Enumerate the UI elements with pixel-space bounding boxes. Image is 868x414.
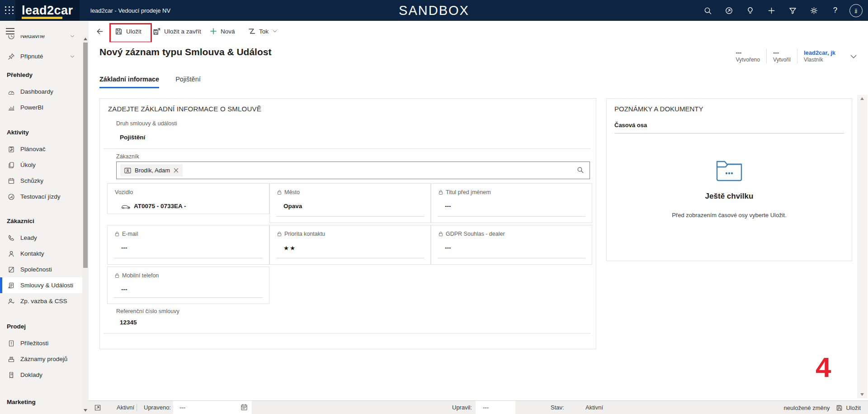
divider — [137, 404, 137, 411]
modified-date-value: --- — [179, 404, 185, 411]
divider — [104, 333, 590, 333]
sidebar: Nedávné Připnuté Přehledy Dashboardy Pow… — [0, 21, 89, 414]
add-icon[interactable] — [761, 0, 782, 21]
record-header-stats: --- Vytvořeno --- Vytvořil lead2car, jk … — [729, 49, 842, 63]
field-label-titul: Titul před jménem — [439, 189, 491, 195]
header-chevron-down-icon[interactable] — [850, 53, 857, 60]
value-underline — [276, 258, 424, 258]
sidebar-item-testovaci-jizdy[interactable]: Testovací jízdy — [0, 189, 82, 205]
save-and-close-button[interactable]: Uložit a zavřít — [149, 21, 205, 42]
clipboard-icon — [8, 146, 15, 153]
help-icon[interactable]: ? — [825, 0, 846, 21]
plus-icon — [210, 28, 217, 35]
app-launcher-waffle-icon[interactable] — [5, 6, 14, 14]
field-cell-vozidlo[interactable]: Vozidlo AT0075 - 0733EA - — [107, 183, 269, 214]
field-label-gdpr: GDPR Souhlas - dealer — [439, 231, 505, 237]
sidebar-item-label: Připnuté — [20, 53, 43, 60]
back-button[interactable] — [92, 21, 107, 42]
customer-lookup-input[interactable]: Brodík, Adam — [116, 162, 590, 179]
logo-text: lead2car — [22, 5, 73, 17]
logo[interactable]: lead2car — [15, 0, 80, 21]
tab-strip: Základní informace Pojištění — [99, 76, 201, 88]
flow-icon — [248, 28, 255, 35]
pin-icon — [8, 53, 15, 60]
sidebar-item-leady[interactable]: Leady — [0, 230, 82, 246]
avatar[interactable]: jj — [849, 4, 863, 17]
page-title: Nový záznam typu Smlouva & Událost — [99, 47, 271, 57]
sidebar-item-smlouvy-udalosti[interactable]: Smlouvy & Události — [0, 277, 82, 293]
sidebar-item-doklady[interactable]: Doklady — [0, 367, 82, 383]
state-value: Aktivní — [585, 404, 603, 411]
timeline-empty-text: Před zobrazením časové osy vyberte Uloži… — [607, 212, 852, 219]
app-bar-icons: ? jj — [697, 0, 863, 21]
modified-date-field[interactable]: --- — [173, 401, 252, 414]
sidebar-item-recent[interactable]: Nedávné — [0, 35, 82, 44]
person-feedback-icon — [8, 298, 15, 305]
lock-icon — [439, 231, 443, 237]
scroll-down-arrow-icon[interactable] — [860, 393, 864, 396]
field-label-referencni: Referenční číslo smlouvy — [116, 308, 179, 314]
field-value-referencni[interactable]: 12345 — [120, 319, 137, 326]
customer-chip[interactable]: Brodík, Adam — [120, 164, 183, 176]
phone-icon — [8, 234, 15, 242]
folder-icon — [715, 158, 743, 182]
flow-button[interactable]: Tok — [244, 21, 281, 42]
value-underline — [438, 216, 585, 217]
modified-by-value: --- — [483, 404, 489, 411]
pages-icon — [8, 162, 15, 169]
modified-by-field[interactable]: --- — [476, 401, 515, 414]
app-title: lead2car - Vedoucí prodeje NV — [90, 7, 170, 14]
tab-pojisteni[interactable]: Pojištění — [175, 76, 201, 88]
owner-link[interactable]: lead2car, jk — [804, 49, 835, 57]
command-bar: Uložit Uložit a zavřít Nová Tok — [89, 21, 868, 43]
sidebar-item-planovac[interactable]: Plánovač — [0, 141, 82, 157]
scroll-down-arrow-icon[interactable] — [84, 409, 87, 412]
sidebar-item-powerbi[interactable]: PowerBI — [0, 100, 82, 115]
car-icon — [121, 204, 131, 209]
save-button[interactable]: Uložit — [111, 21, 145, 42]
lookup-search-icon[interactable] — [577, 167, 584, 174]
value-underline — [438, 258, 585, 258]
sidebar-item-spolecnosti[interactable]: Společnosti — [0, 262, 82, 277]
filter-icon[interactable] — [782, 0, 803, 21]
scrollbar-thumb[interactable] — [83, 43, 88, 268]
scroll-up-arrow-icon[interactable] — [860, 97, 864, 100]
content-scrollbar — [857, 95, 868, 398]
sidebar-group-prodej: Prodej — [0, 322, 82, 331]
sidebar-item-schuzky[interactable]: Schůzky — [0, 173, 82, 189]
environment-banner: SANDBOX — [399, 3, 469, 18]
popout-icon[interactable] — [94, 404, 101, 411]
bar-chart-icon — [8, 104, 15, 111]
sidebar-group-marketing: Marketing — [0, 397, 82, 406]
field-label-mesto: Město — [277, 189, 300, 195]
settings-gear-icon[interactable] — [803, 0, 825, 21]
circle-arrow-icon[interactable] — [718, 0, 740, 21]
sidebar-scroll-area: Nedávné Připnuté Přehledy Dashboardy Pow… — [0, 35, 82, 414]
calendar-icon[interactable] — [241, 404, 248, 411]
scroll-up-arrow-icon[interactable] — [84, 38, 87, 40]
lightbulb-icon[interactable] — [740, 0, 761, 21]
sidebar-group-zakaznici: Zákazníci — [0, 216, 82, 225]
sidebar-item-prilezitosti[interactable]: Příležitosti — [0, 335, 82, 351]
field-value-druh[interactable]: Pojištění — [120, 134, 145, 141]
dismiss-icon[interactable] — [174, 168, 179, 173]
sidebar-item-pinned[interactable]: Připnuté — [0, 48, 82, 64]
search-icon[interactable] — [697, 0, 718, 21]
timeline-label: Časová osa — [614, 122, 647, 128]
field-value-vozidlo[interactable]: AT0075 - 0733EA - — [121, 203, 186, 209]
sidebar-item-zp-vazba-css[interactable]: Zp. vazba & CSS — [0, 293, 82, 309]
modified-by-label: Upravil: — [452, 404, 472, 411]
main-content: Nový záznam typu Smlouva & Událost --- V… — [89, 42, 868, 400]
sidebar-item-kontakty[interactable]: Kontakty — [0, 246, 82, 262]
sidebar-item-zaznamy-prodeju[interactable]: Záznamy prodejů — [0, 351, 82, 367]
document-exclaim-icon — [8, 340, 15, 347]
person-icon — [8, 250, 15, 257]
field-label-druh: Druh smlouvy & události — [116, 120, 177, 127]
status-save-button[interactable]: Uložit — [836, 404, 861, 411]
sidebar-item-ukoly[interactable]: Úkoly — [0, 157, 82, 173]
sidebar-item-dashboardy[interactable]: Dashboardy — [0, 84, 82, 100]
tab-zakladni-informace[interactable]: Základní informace — [99, 76, 159, 88]
form-section-card: ZADEJTE ZÁKLADNÍ INFORMACE O SMLOUVĚ Dru… — [99, 98, 596, 349]
cash-register-icon — [8, 356, 15, 363]
new-record-button[interactable]: Nová — [206, 21, 239, 42]
